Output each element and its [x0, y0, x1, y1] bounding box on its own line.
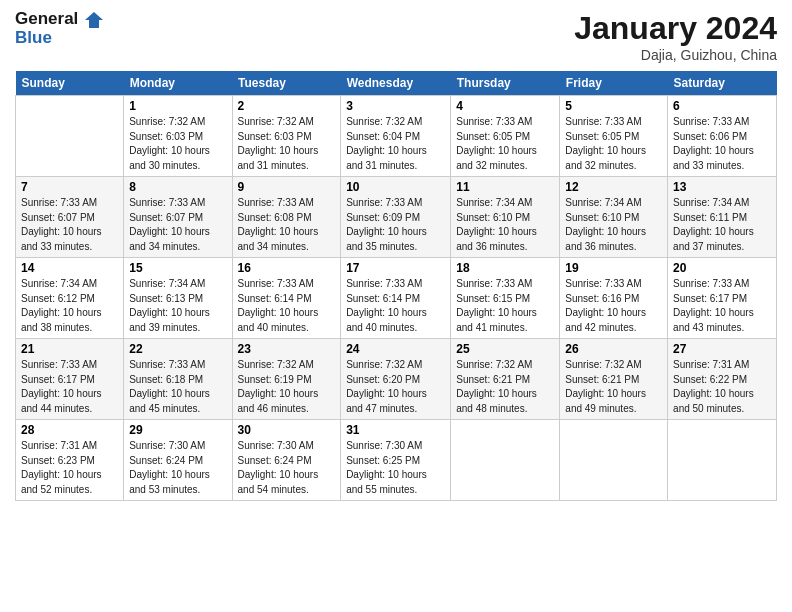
calendar-container: General Blue January 2024 Dajia, Guizhou…: [0, 0, 792, 511]
calendar-week-5: 28 Sunrise: 7:31 AMSunset: 6:23 PMDaylig…: [16, 420, 777, 501]
calendar-cell: 13 Sunrise: 7:34 AMSunset: 6:11 PMDaylig…: [668, 177, 777, 258]
day-info: Sunrise: 7:30 AMSunset: 6:24 PMDaylight:…: [238, 440, 319, 495]
day-info: Sunrise: 7:33 AMSunset: 6:07 PMDaylight:…: [129, 197, 210, 252]
calendar-cell: [451, 420, 560, 501]
day-number: 3: [346, 99, 445, 113]
day-info: Sunrise: 7:33 AMSunset: 6:14 PMDaylight:…: [346, 278, 427, 333]
calendar-cell: 30 Sunrise: 7:30 AMSunset: 6:24 PMDaylig…: [232, 420, 341, 501]
day-number: 26: [565, 342, 662, 356]
day-info: Sunrise: 7:32 AMSunset: 6:21 PMDaylight:…: [456, 359, 537, 414]
logo: General Blue: [15, 10, 103, 47]
day-info: Sunrise: 7:32 AMSunset: 6:03 PMDaylight:…: [238, 116, 319, 171]
calendar-table: Sunday Monday Tuesday Wednesday Thursday…: [15, 71, 777, 501]
calendar-cell: 8 Sunrise: 7:33 AMSunset: 6:07 PMDayligh…: [124, 177, 232, 258]
day-info: Sunrise: 7:33 AMSunset: 6:05 PMDaylight:…: [565, 116, 646, 171]
day-number: 22: [129, 342, 226, 356]
day-number: 15: [129, 261, 226, 275]
calendar-cell: [16, 96, 124, 177]
logo-general: General: [15, 10, 103, 29]
day-info: Sunrise: 7:33 AMSunset: 6:07 PMDaylight:…: [21, 197, 102, 252]
day-info: Sunrise: 7:34 AMSunset: 6:10 PMDaylight:…: [565, 197, 646, 252]
calendar-cell: 27 Sunrise: 7:31 AMSunset: 6:22 PMDaylig…: [668, 339, 777, 420]
day-number: 18: [456, 261, 554, 275]
col-tuesday: Tuesday: [232, 71, 341, 96]
day-info: Sunrise: 7:32 AMSunset: 6:04 PMDaylight:…: [346, 116, 427, 171]
calendar-cell: 17 Sunrise: 7:33 AMSunset: 6:14 PMDaylig…: [341, 258, 451, 339]
day-number: 24: [346, 342, 445, 356]
col-saturday: Saturday: [668, 71, 777, 96]
logo-blue: Blue: [15, 29, 103, 48]
calendar-cell: 10 Sunrise: 7:33 AMSunset: 6:09 PMDaylig…: [341, 177, 451, 258]
calendar-cell: 26 Sunrise: 7:32 AMSunset: 6:21 PMDaylig…: [560, 339, 668, 420]
day-info: Sunrise: 7:33 AMSunset: 6:17 PMDaylight:…: [21, 359, 102, 414]
day-number: 4: [456, 99, 554, 113]
location-subtitle: Dajia, Guizhou, China: [574, 47, 777, 63]
day-info: Sunrise: 7:33 AMSunset: 6:18 PMDaylight:…: [129, 359, 210, 414]
calendar-cell: 9 Sunrise: 7:33 AMSunset: 6:08 PMDayligh…: [232, 177, 341, 258]
day-number: 29: [129, 423, 226, 437]
calendar-cell: 12 Sunrise: 7:34 AMSunset: 6:10 PMDaylig…: [560, 177, 668, 258]
calendar-cell: 24 Sunrise: 7:32 AMSunset: 6:20 PMDaylig…: [341, 339, 451, 420]
day-info: Sunrise: 7:33 AMSunset: 6:17 PMDaylight:…: [673, 278, 754, 333]
calendar-cell: 15 Sunrise: 7:34 AMSunset: 6:13 PMDaylig…: [124, 258, 232, 339]
calendar-week-3: 14 Sunrise: 7:34 AMSunset: 6:12 PMDaylig…: [16, 258, 777, 339]
calendar-week-4: 21 Sunrise: 7:33 AMSunset: 6:17 PMDaylig…: [16, 339, 777, 420]
day-info: Sunrise: 7:30 AMSunset: 6:24 PMDaylight:…: [129, 440, 210, 495]
day-number: 10: [346, 180, 445, 194]
calendar-week-1: 1 Sunrise: 7:32 AMSunset: 6:03 PMDayligh…: [16, 96, 777, 177]
day-info: Sunrise: 7:33 AMSunset: 6:15 PMDaylight:…: [456, 278, 537, 333]
day-info: Sunrise: 7:33 AMSunset: 6:06 PMDaylight:…: [673, 116, 754, 171]
calendar-cell: 31 Sunrise: 7:30 AMSunset: 6:25 PMDaylig…: [341, 420, 451, 501]
day-info: Sunrise: 7:30 AMSunset: 6:25 PMDaylight:…: [346, 440, 427, 495]
calendar-week-2: 7 Sunrise: 7:33 AMSunset: 6:07 PMDayligh…: [16, 177, 777, 258]
day-number: 8: [129, 180, 226, 194]
calendar-cell: 3 Sunrise: 7:32 AMSunset: 6:04 PMDayligh…: [341, 96, 451, 177]
calendar-cell: 1 Sunrise: 7:32 AMSunset: 6:03 PMDayligh…: [124, 96, 232, 177]
calendar-cell: 21 Sunrise: 7:33 AMSunset: 6:17 PMDaylig…: [16, 339, 124, 420]
day-info: Sunrise: 7:34 AMSunset: 6:11 PMDaylight:…: [673, 197, 754, 252]
calendar-cell: 14 Sunrise: 7:34 AMSunset: 6:12 PMDaylig…: [16, 258, 124, 339]
calendar-cell: 6 Sunrise: 7:33 AMSunset: 6:06 PMDayligh…: [668, 96, 777, 177]
day-number: 13: [673, 180, 771, 194]
day-number: 6: [673, 99, 771, 113]
calendar-cell: 28 Sunrise: 7:31 AMSunset: 6:23 PMDaylig…: [16, 420, 124, 501]
calendar-cell: 2 Sunrise: 7:32 AMSunset: 6:03 PMDayligh…: [232, 96, 341, 177]
calendar-cell: 4 Sunrise: 7:33 AMSunset: 6:05 PMDayligh…: [451, 96, 560, 177]
day-number: 28: [21, 423, 118, 437]
title-block: January 2024 Dajia, Guizhou, China: [574, 10, 777, 63]
calendar-cell: 22 Sunrise: 7:33 AMSunset: 6:18 PMDaylig…: [124, 339, 232, 420]
calendar-cell: 20 Sunrise: 7:33 AMSunset: 6:17 PMDaylig…: [668, 258, 777, 339]
day-number: 1: [129, 99, 226, 113]
day-info: Sunrise: 7:33 AMSunset: 6:08 PMDaylight:…: [238, 197, 319, 252]
calendar-cell: 11 Sunrise: 7:34 AMSunset: 6:10 PMDaylig…: [451, 177, 560, 258]
calendar-cell: 18 Sunrise: 7:33 AMSunset: 6:15 PMDaylig…: [451, 258, 560, 339]
day-info: Sunrise: 7:32 AMSunset: 6:20 PMDaylight:…: [346, 359, 427, 414]
calendar-cell: 23 Sunrise: 7:32 AMSunset: 6:19 PMDaylig…: [232, 339, 341, 420]
day-info: Sunrise: 7:32 AMSunset: 6:21 PMDaylight:…: [565, 359, 646, 414]
day-info: Sunrise: 7:33 AMSunset: 6:16 PMDaylight:…: [565, 278, 646, 333]
day-number: 9: [238, 180, 336, 194]
calendar-cell: 19 Sunrise: 7:33 AMSunset: 6:16 PMDaylig…: [560, 258, 668, 339]
day-number: 25: [456, 342, 554, 356]
day-info: Sunrise: 7:31 AMSunset: 6:23 PMDaylight:…: [21, 440, 102, 495]
day-number: 12: [565, 180, 662, 194]
col-sunday: Sunday: [16, 71, 124, 96]
day-info: Sunrise: 7:34 AMSunset: 6:13 PMDaylight:…: [129, 278, 210, 333]
calendar-cell: 7 Sunrise: 7:33 AMSunset: 6:07 PMDayligh…: [16, 177, 124, 258]
day-number: 14: [21, 261, 118, 275]
day-number: 19: [565, 261, 662, 275]
day-info: Sunrise: 7:33 AMSunset: 6:09 PMDaylight:…: [346, 197, 427, 252]
day-info: Sunrise: 7:31 AMSunset: 6:22 PMDaylight:…: [673, 359, 754, 414]
month-title: January 2024: [574, 10, 777, 47]
header: General Blue January 2024 Dajia, Guizhou…: [15, 10, 777, 63]
day-number: 31: [346, 423, 445, 437]
day-number: 21: [21, 342, 118, 356]
col-monday: Monday: [124, 71, 232, 96]
calendar-cell: 25 Sunrise: 7:32 AMSunset: 6:21 PMDaylig…: [451, 339, 560, 420]
day-number: 11: [456, 180, 554, 194]
day-info: Sunrise: 7:33 AMSunset: 6:05 PMDaylight:…: [456, 116, 537, 171]
svg-marker-0: [85, 12, 103, 28]
day-info: Sunrise: 7:34 AMSunset: 6:10 PMDaylight:…: [456, 197, 537, 252]
day-number: 30: [238, 423, 336, 437]
day-info: Sunrise: 7:34 AMSunset: 6:12 PMDaylight:…: [21, 278, 102, 333]
